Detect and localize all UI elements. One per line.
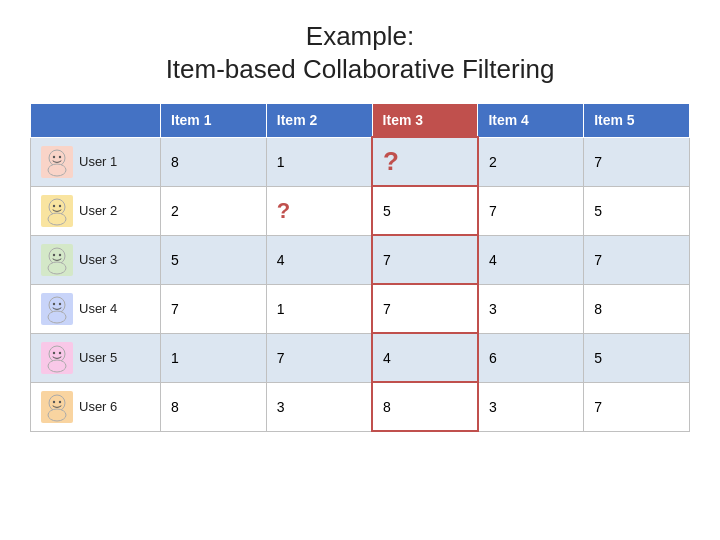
table-row: User 517465 <box>31 333 690 382</box>
cell-r1-c3: 7 <box>478 186 584 235</box>
svg-point-10 <box>59 253 61 255</box>
col-header-item5: Item 5 <box>584 104 690 138</box>
user-cell-6: User 6 <box>31 382 161 431</box>
user-label-4: User 4 <box>79 301 117 316</box>
svg-point-6 <box>59 204 61 206</box>
svg-point-23 <box>48 409 66 421</box>
user-label-5: User 5 <box>79 350 117 365</box>
svg-point-19 <box>48 360 66 372</box>
svg-point-21 <box>53 400 55 402</box>
page-title: Example: Item-based Collaborative Filter… <box>166 20 555 85</box>
user-cell-4: User 4 <box>31 284 161 333</box>
cell-r4-c2: 4 <box>372 333 478 382</box>
table-row: User 22?575 <box>31 186 690 235</box>
cell-r1-c0: 2 <box>161 186 267 235</box>
col-header-item4: Item 4 <box>478 104 584 138</box>
table-row: User 354747 <box>31 235 690 284</box>
avatar-user-3 <box>41 244 73 276</box>
cell-r1-c4: 5 <box>584 186 690 235</box>
cell-r0-c3: 2 <box>478 137 584 186</box>
cell-r0-c2: ? <box>372 137 478 186</box>
cell-r1-c2: 5 <box>372 186 478 235</box>
cell-r1-c1: ? <box>266 186 372 235</box>
cell-r2-c0: 5 <box>161 235 267 284</box>
cell-r2-c3: 4 <box>478 235 584 284</box>
user-cell-1: User 1 <box>31 137 161 186</box>
cell-r5-c2: 8 <box>372 382 478 431</box>
cell-r3-c2: 7 <box>372 284 478 333</box>
cell-r2-c1: 4 <box>266 235 372 284</box>
cell-r0-c1: 1 <box>266 137 372 186</box>
col-header-item3: Item 3 <box>372 104 478 138</box>
svg-point-11 <box>48 262 66 274</box>
user-label-3: User 3 <box>79 252 117 267</box>
avatar-user-5 <box>41 342 73 374</box>
cell-r4-c0: 1 <box>161 333 267 382</box>
svg-point-2 <box>59 155 61 157</box>
avatar-user-6 <box>41 391 73 423</box>
svg-point-17 <box>53 351 55 353</box>
cell-r4-c4: 5 <box>584 333 690 382</box>
user-cell-5: User 5 <box>31 333 161 382</box>
cell-r5-c3: 3 <box>478 382 584 431</box>
cell-r2-c2: 7 <box>372 235 478 284</box>
cell-r0-c4: 7 <box>584 137 690 186</box>
main-table: Item 1 Item 2 Item 3 Item 4 Item 5 User … <box>30 103 690 432</box>
table-row: User 181?27 <box>31 137 690 186</box>
user-cell-3: User 3 <box>31 235 161 284</box>
cell-r3-c1: 1 <box>266 284 372 333</box>
cell-r2-c4: 7 <box>584 235 690 284</box>
cell-r3-c0: 7 <box>161 284 267 333</box>
user-label-1: User 1 <box>79 154 117 169</box>
user-cell-2: User 2 <box>31 186 161 235</box>
svg-point-13 <box>53 302 55 304</box>
svg-point-5 <box>53 204 55 206</box>
question-mark: ? <box>383 146 399 176</box>
user-label-6: User 6 <box>79 399 117 414</box>
col-header-item1: Item 1 <box>161 104 267 138</box>
col-header-user <box>31 104 161 138</box>
table-wrap: Item 1 Item 2 Item 3 Item 4 Item 5 User … <box>30 103 690 432</box>
user-label-2: User 2 <box>79 203 117 218</box>
svg-point-1 <box>53 155 55 157</box>
svg-point-22 <box>59 400 61 402</box>
cell-r3-c3: 3 <box>478 284 584 333</box>
svg-point-3 <box>48 164 66 176</box>
cell-r5-c1: 3 <box>266 382 372 431</box>
svg-point-14 <box>59 302 61 304</box>
table-body: User 181?27 User 22?575 User 354747 User… <box>31 137 690 431</box>
table-row: User 471738 <box>31 284 690 333</box>
question-mark: ? <box>277 198 290 223</box>
cell-r0-c0: 8 <box>161 137 267 186</box>
cell-r5-c4: 7 <box>584 382 690 431</box>
cell-r3-c4: 8 <box>584 284 690 333</box>
avatar-user-4 <box>41 293 73 325</box>
svg-point-18 <box>59 351 61 353</box>
avatar-user-2 <box>41 195 73 227</box>
svg-point-15 <box>48 311 66 323</box>
svg-point-9 <box>53 253 55 255</box>
col-header-item2: Item 2 <box>266 104 372 138</box>
avatar-user-1 <box>41 146 73 178</box>
cell-r4-c1: 7 <box>266 333 372 382</box>
table-header-row: Item 1 Item 2 Item 3 Item 4 Item 5 <box>31 104 690 138</box>
page: Example: Item-based Collaborative Filter… <box>0 0 720 540</box>
cell-r5-c0: 8 <box>161 382 267 431</box>
cell-r4-c3: 6 <box>478 333 584 382</box>
svg-point-7 <box>48 213 66 225</box>
table-row: User 683837 <box>31 382 690 431</box>
